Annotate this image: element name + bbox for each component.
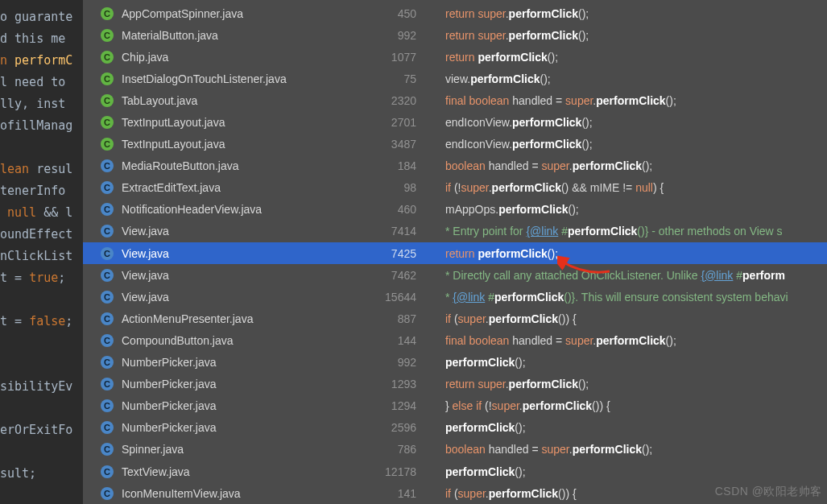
result-filename: View.java — [122, 291, 169, 304]
result-filename: MediaRouteButton.java — [122, 159, 239, 172]
result-file-column: CTextInputLayout.java — [101, 116, 384, 129]
class-file-icon: C — [101, 291, 114, 304]
editor-line: o guarante — [0, 6, 83, 28]
class-file-icon: C — [101, 72, 114, 85]
result-filename: TextInputLayout.java — [122, 116, 225, 129]
result-filename: CompoundButton.java — [122, 334, 234, 347]
search-result-row[interactable]: CNumberPicker.java1294} else if (!super.… — [83, 395, 827, 417]
result-file-column: CInsetDialogOnTouchListener.java — [101, 72, 384, 85]
result-file-column: CIconMenuItemView.java — [101, 487, 384, 500]
search-result-row[interactable]: CMaterialButton.java992return super.perf… — [83, 24, 827, 46]
search-result-row[interactable]: CSpinner.java786boolean handled = super.… — [83, 439, 827, 461]
editor-line: t = false; — [0, 311, 83, 333]
class-file-icon: C — [101, 378, 114, 390]
result-snippet: if (super.performClick()) { — [421, 312, 827, 325]
editor-line: nClickList — [0, 246, 83, 267]
search-result-row[interactable]: CNumberPicker.java2596performClick(); — [83, 417, 827, 439]
result-snippet: return performClick(); — [421, 247, 827, 260]
result-file-column: CNumberPicker.java — [101, 356, 384, 369]
result-snippet: performClick(); — [421, 465, 827, 478]
result-filename: TextView.java — [122, 465, 190, 478]
result-line-number: 1294 — [384, 399, 421, 412]
result-line-number: 7414 — [384, 225, 421, 238]
result-file-column: CView.java — [101, 269, 384, 282]
search-result-row[interactable]: CTextInputLayout.java3487endIconView.per… — [83, 134, 827, 155]
search-result-row[interactable]: CInsetDialogOnTouchListener.java75view.p… — [83, 68, 827, 89]
result-filename: MaterialButton.java — [122, 29, 218, 42]
result-file-column: CActionMenuPresenter.java — [101, 312, 384, 325]
result-line-number: 2596 — [384, 421, 421, 434]
result-line-number: 992 — [384, 29, 421, 42]
search-result-row[interactable]: CMediaRouteButton.java184boolean handled… — [83, 155, 827, 177]
result-snippet: final boolean handled = super.performCli… — [421, 94, 827, 107]
result-filename: Spinner.java — [122, 443, 184, 456]
editor-line: lean resul — [0, 159, 83, 180]
result-line-number: 141 — [384, 487, 421, 500]
editor-line: tenerInfo — [0, 180, 83, 202]
result-line-number: 786 — [384, 443, 421, 456]
result-line-number: 1077 — [384, 51, 421, 64]
search-result-row[interactable]: CActionMenuPresenter.java887if (super.pe… — [83, 308, 827, 329]
result-file-column: CCompoundButton.java — [101, 334, 384, 347]
search-result-row[interactable]: CCompoundButton.java144final boolean han… — [83, 329, 827, 351]
result-line-number: 992 — [384, 356, 421, 369]
search-result-row[interactable]: CExtractEditText.java98if (!super.perfor… — [83, 177, 827, 199]
search-results-panel: CAppCompatSpinner.java450return super.pe… — [83, 0, 827, 504]
result-snippet: endIconView.performClick(); — [421, 116, 827, 129]
result-filename: ExtractEditText.java — [122, 181, 221, 194]
result-file-column: CView.java — [101, 291, 384, 304]
class-file-icon: C — [101, 159, 114, 172]
result-filename: TabLayout.java — [122, 94, 197, 107]
search-result-row[interactable]: CAppCompatSpinner.java450return super.pe… — [83, 2, 827, 24]
result-snippet: return super.performClick(); — [421, 29, 827, 42]
result-file-column: CTextView.java — [101, 465, 384, 478]
editor-line: sibilityEv — [0, 376, 83, 398]
result-file-column: CTabLayout.java — [101, 94, 384, 107]
class-file-icon: C — [101, 487, 114, 500]
search-result-row[interactable]: CView.java15644* {@link #performClick()}… — [83, 286, 827, 308]
editor-line: l need to — [0, 72, 83, 93]
search-result-row[interactable]: CNumberPicker.java1293return super.perfo… — [83, 374, 827, 395]
watermark-text: CSDN @欧阳老帅客 — [715, 485, 822, 499]
search-result-row[interactable]: CView.java7462* Directly call any attach… — [83, 264, 827, 286]
result-line-number: 460 — [384, 203, 421, 216]
result-filename: Chip.java — [122, 51, 168, 64]
class-file-icon: C — [101, 116, 114, 129]
editor-line: d this me — [0, 28, 83, 50]
search-result-row[interactable]: CNotificationHeaderView.java460mAppOps.p… — [83, 199, 827, 221]
editor-line: sult; — [0, 463, 83, 485]
result-line-number: 75 — [384, 72, 421, 85]
editor-line — [0, 137, 83, 159]
result-filename: NumberPicker.java — [122, 378, 217, 390]
editor-line — [0, 333, 83, 354]
root: o guaranted this men performCl need toll… — [0, 0, 827, 504]
result-snippet: performClick(); — [421, 421, 827, 434]
result-line-number: 450 — [384, 7, 421, 20]
result-file-column: CMediaRouteButton.java — [101, 159, 384, 172]
search-result-row[interactable]: CNumberPicker.java992performClick(); — [83, 352, 827, 374]
result-line-number: 15644 — [384, 291, 421, 304]
result-snippet: boolean handled = super.performClick(); — [421, 443, 827, 456]
result-filename: ActionMenuPresenter.java — [122, 312, 253, 325]
result-file-column: CAppCompatSpinner.java — [101, 7, 384, 20]
result-line-number: 184 — [384, 159, 421, 172]
result-filename: View.java — [122, 225, 169, 238]
search-result-row[interactable]: CView.java7414* Entry point for {@link #… — [83, 221, 827, 242]
editor-line: erOrExitFo — [0, 419, 83, 441]
search-result-row[interactable]: CView.java7425return performClick(); — [83, 242, 827, 264]
result-filename: View.java — [122, 269, 169, 282]
result-filename: NotificationHeaderView.java — [122, 203, 262, 216]
search-result-row[interactable]: CChip.java1077return performClick(); — [83, 46, 827, 68]
editor-line: ofillManag — [0, 115, 83, 137]
result-snippet: mAppOps.performClick(); — [421, 203, 827, 216]
result-line-number: 7425 — [384, 247, 421, 260]
result-file-column: CExtractEditText.java — [101, 181, 384, 194]
result-snippet: * {@link #performClick()}. This will ens… — [421, 291, 827, 304]
class-file-icon: C — [101, 138, 114, 151]
result-line-number: 144 — [384, 334, 421, 347]
search-result-row[interactable]: CTextView.java12178performClick(); — [83, 461, 827, 482]
result-line-number: 98 — [384, 181, 421, 194]
class-file-icon: C — [101, 94, 114, 107]
search-result-row[interactable]: CTabLayout.java2320final boolean handled… — [83, 89, 827, 111]
search-result-row[interactable]: CTextInputLayout.java2701endIconView.per… — [83, 111, 827, 133]
